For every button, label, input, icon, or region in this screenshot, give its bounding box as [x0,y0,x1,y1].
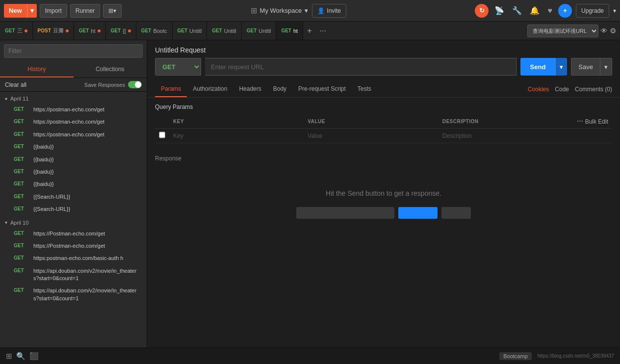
response-loading-bars [296,207,471,219]
bulk-edit-button[interactable]: Bulk Edit [585,118,608,125]
layout-button[interactable]: ⊞▾ [103,4,122,18]
tab-pre-request-script[interactable]: Pre-request Script [292,81,352,97]
history-item[interactable]: GET https://postman-echo.com/get [0,116,147,128]
history-item[interactable]: GET https://Postman-echo.com/get [0,240,147,252]
tab-3[interactable]: GET {[ [106,22,136,40]
tab-1[interactable]: POST 豆瓣 [33,22,74,40]
row-checkbox[interactable] [159,131,165,138]
tab-0[interactable]: GET 三 [0,22,33,40]
send-button[interactable]: Send [520,58,556,76]
add-tab-button[interactable]: + [303,26,315,35]
env-select[interactable]: 查询电影测试环境URL [527,25,598,37]
tab-method-3: GET [111,28,121,33]
history-item[interactable]: GET https://api.douban.com/v2/movie/in_t… [0,265,147,285]
history-item[interactable]: GET https:postman-echo.com/basic-auth h [0,252,147,264]
save-arrow-button[interactable]: ▾ [600,58,612,76]
tab-tests[interactable]: Tests [352,81,377,97]
runner-button[interactable]: Runner [70,4,100,18]
collections-tab[interactable]: Collections [74,62,147,78]
method-badge: GET [14,118,29,124]
tab-method-0: GET [5,28,15,33]
tab-7[interactable]: GET Untitl [242,22,277,40]
date-group-header-april10[interactable]: ▾ April 10 [0,216,147,228]
topbar-center: ⊞ My Workspace ▾ 👤 Invite [125,4,472,18]
tab-5[interactable]: GET Untitl [173,22,207,40]
tabbar: GET 三 POST 豆瓣 GET ht GET {[ GET Bootc GE… [0,22,620,40]
history-item[interactable]: GET https://Postman-echo.com/get [0,228,147,240]
history-item[interactable]: GET {{baidu}} [0,166,147,178]
row-actions-cell [573,129,612,143]
wrench-icon[interactable]: 🔧 [510,5,524,16]
row-checkbox-cell [155,129,169,143]
tab-authorization[interactable]: Authorization [187,81,233,97]
params-dots-icon[interactable]: ··· [577,117,583,125]
tab-4[interactable]: GET Bootc [136,22,173,40]
value-input[interactable] [308,132,434,139]
history-item[interactable]: GET https://postman-echo.com/get [0,129,147,141]
signal-icon[interactable]: 📡 [492,5,506,16]
bootcamp-badge[interactable]: Bootcamp [499,352,532,360]
save-responses-area: Save Responses [84,81,142,88]
history-item[interactable]: GET {{baidu}} [0,154,147,166]
save-button[interactable]: Save [571,58,600,76]
description-input[interactable] [442,132,569,139]
send-arrow-button[interactable]: ▾ [555,58,567,76]
toggle-knob [135,81,141,88]
tab-label-0: 三 [17,27,23,34]
save-responses-toggle[interactable] [128,81,142,88]
history-item[interactable]: GET https://api.douban.com/v2/movie/in_t… [0,285,147,305]
sidebar-filter-area [0,40,147,62]
new-button[interactable]: New ▾ [4,4,37,18]
history-url: {{baidu}} [33,143,54,151]
import-button[interactable]: Import [40,4,67,18]
more-tabs-button[interactable]: ··· [316,26,330,35]
tab-2[interactable]: GET ht [74,22,106,40]
env-eye-icon[interactable]: 👁 [600,26,608,35]
tab-params[interactable]: Params [155,81,187,97]
code-link[interactable]: Code [555,86,569,93]
invite-icon: 👤 [317,7,325,14]
response-empty-state: Hit the Send button to get a response. [155,170,612,238]
history-item[interactable]: GET {{Search-URL}} [0,203,147,215]
tab-headers[interactable]: Headers [233,81,267,97]
params-table: KEY VALUE DESCRIPTION ··· Bulk Edit [155,114,612,143]
console-icon[interactable]: ⬛ [29,352,39,361]
actions-col-header: ··· Bulk Edit [573,114,612,129]
search-icon[interactable]: 🔍 [16,352,26,361]
bottom-icons: ⊞ 🔍 ⬛ [6,352,39,361]
comments-link[interactable]: Comments (0) [575,86,612,93]
send-button-group: Send ▾ [520,58,568,76]
workspace-icon: ⊞ [251,6,257,15]
history-url: {{baidu}} [33,168,54,176]
key-input[interactable] [173,132,300,139]
workspace-button[interactable]: ⊞ My Workspace ▾ [251,6,309,15]
invite-button[interactable]: 👤 Invite [312,4,346,18]
tab-8[interactable]: GET ht [276,22,303,40]
env-gear-icon[interactable]: ⚙ [610,26,616,35]
key-cell [169,129,304,143]
avatar-add[interactable]: + [558,4,572,18]
history-item[interactable]: GET {{Search-URL}} [0,191,147,203]
url-input[interactable] [205,58,517,76]
date-group-header-april11[interactable]: ▾ April 11 [0,92,147,104]
new-arrow-icon[interactable]: ▾ [27,4,37,18]
history-item[interactable]: GET {{baidu}} [0,178,147,190]
workspace-label: My Workspace [260,7,302,14]
cookies-link[interactable]: Cookies [528,86,549,93]
history-item[interactable]: GET https://postman-echo.com/get [0,104,147,116]
clear-all-button[interactable]: Clear all [5,81,26,88]
layout-icon[interactable]: ⊞ [6,352,12,361]
history-url: {{baidu}} [33,156,54,163]
filter-input[interactable] [4,44,143,58]
tab-6[interactable]: GET Untitl [207,22,242,40]
response-bar-blue [398,207,438,219]
bell-icon[interactable]: 🔔 [528,5,542,16]
tab-body[interactable]: Body [267,81,292,97]
url-bar: GET POST PUT DELETE PATCH Send ▾ Save ▾ [147,58,620,81]
method-select[interactable]: GET POST PUT DELETE PATCH [155,58,201,76]
avatar-sync[interactable]: ↻ [475,4,489,18]
history-tab[interactable]: History [0,62,74,78]
heart-icon[interactable]: ♥ [545,5,554,16]
history-item[interactable]: GET {{baidu}} [0,141,147,153]
upgrade-button[interactable]: Upgrade [576,4,609,18]
